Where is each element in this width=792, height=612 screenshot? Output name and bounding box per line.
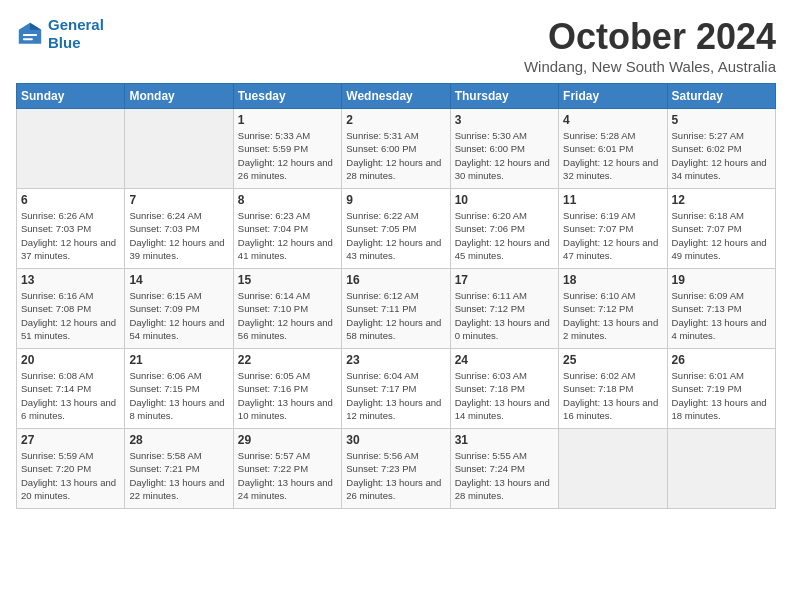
header-saturday: Saturday: [667, 84, 775, 109]
month-title: October 2024: [524, 16, 776, 58]
calendar-cell: 31Sunrise: 5:55 AM Sunset: 7:24 PM Dayli…: [450, 429, 558, 509]
day-number: 29: [238, 433, 337, 447]
calendar-cell: [559, 429, 667, 509]
calendar-week-5: 27Sunrise: 5:59 AM Sunset: 7:20 PM Dayli…: [17, 429, 776, 509]
calendar-cell: 7Sunrise: 6:24 AM Sunset: 7:03 PM Daylig…: [125, 189, 233, 269]
day-detail: Sunrise: 6:01 AM Sunset: 7:19 PM Dayligh…: [672, 369, 771, 422]
day-number: 23: [346, 353, 445, 367]
calendar-header-row: Sunday Monday Tuesday Wednesday Thursday…: [17, 84, 776, 109]
day-number: 25: [563, 353, 662, 367]
day-detail: Sunrise: 6:09 AM Sunset: 7:13 PM Dayligh…: [672, 289, 771, 342]
title-area: October 2024 Windang, New South Wales, A…: [524, 16, 776, 75]
calendar-cell: 24Sunrise: 6:03 AM Sunset: 7:18 PM Dayli…: [450, 349, 558, 429]
day-detail: Sunrise: 6:26 AM Sunset: 7:03 PM Dayligh…: [21, 209, 120, 262]
day-number: 28: [129, 433, 228, 447]
day-detail: Sunrise: 6:22 AM Sunset: 7:05 PM Dayligh…: [346, 209, 445, 262]
day-detail: Sunrise: 6:16 AM Sunset: 7:08 PM Dayligh…: [21, 289, 120, 342]
day-detail: Sunrise: 6:12 AM Sunset: 7:11 PM Dayligh…: [346, 289, 445, 342]
calendar-cell: [667, 429, 775, 509]
calendar-cell: 30Sunrise: 5:56 AM Sunset: 7:23 PM Dayli…: [342, 429, 450, 509]
day-number: 5: [672, 113, 771, 127]
calendar-cell: 8Sunrise: 6:23 AM Sunset: 7:04 PM Daylig…: [233, 189, 341, 269]
day-number: 21: [129, 353, 228, 367]
svg-rect-2: [23, 34, 37, 36]
calendar-cell: 6Sunrise: 6:26 AM Sunset: 7:03 PM Daylig…: [17, 189, 125, 269]
day-number: 8: [238, 193, 337, 207]
calendar-cell: 4Sunrise: 5:28 AM Sunset: 6:01 PM Daylig…: [559, 109, 667, 189]
calendar-cell: 23Sunrise: 6:04 AM Sunset: 7:17 PM Dayli…: [342, 349, 450, 429]
header-monday: Monday: [125, 84, 233, 109]
header: General Blue October 2024 Windang, New S…: [16, 16, 776, 75]
logo: General Blue: [16, 16, 104, 52]
header-wednesday: Wednesday: [342, 84, 450, 109]
calendar-cell: [17, 109, 125, 189]
svg-rect-3: [23, 38, 33, 40]
svg-marker-1: [30, 23, 41, 30]
day-detail: Sunrise: 6:06 AM Sunset: 7:15 PM Dayligh…: [129, 369, 228, 422]
calendar-week-4: 20Sunrise: 6:08 AM Sunset: 7:14 PM Dayli…: [17, 349, 776, 429]
day-number: 14: [129, 273, 228, 287]
day-detail: Sunrise: 6:08 AM Sunset: 7:14 PM Dayligh…: [21, 369, 120, 422]
day-number: 7: [129, 193, 228, 207]
day-number: 1: [238, 113, 337, 127]
day-detail: Sunrise: 6:19 AM Sunset: 7:07 PM Dayligh…: [563, 209, 662, 262]
location-subtitle: Windang, New South Wales, Australia: [524, 58, 776, 75]
day-detail: Sunrise: 6:20 AM Sunset: 7:06 PM Dayligh…: [455, 209, 554, 262]
day-number: 6: [21, 193, 120, 207]
day-detail: Sunrise: 6:02 AM Sunset: 7:18 PM Dayligh…: [563, 369, 662, 422]
day-detail: Sunrise: 6:14 AM Sunset: 7:10 PM Dayligh…: [238, 289, 337, 342]
day-number: 22: [238, 353, 337, 367]
day-detail: Sunrise: 6:03 AM Sunset: 7:18 PM Dayligh…: [455, 369, 554, 422]
day-detail: Sunrise: 6:24 AM Sunset: 7:03 PM Dayligh…: [129, 209, 228, 262]
day-number: 15: [238, 273, 337, 287]
calendar-cell: 28Sunrise: 5:58 AM Sunset: 7:21 PM Dayli…: [125, 429, 233, 509]
day-detail: Sunrise: 6:18 AM Sunset: 7:07 PM Dayligh…: [672, 209, 771, 262]
calendar-cell: 22Sunrise: 6:05 AM Sunset: 7:16 PM Dayli…: [233, 349, 341, 429]
calendar-cell: 11Sunrise: 6:19 AM Sunset: 7:07 PM Dayli…: [559, 189, 667, 269]
day-number: 16: [346, 273, 445, 287]
day-detail: Sunrise: 6:05 AM Sunset: 7:16 PM Dayligh…: [238, 369, 337, 422]
day-number: 27: [21, 433, 120, 447]
calendar-week-2: 6Sunrise: 6:26 AM Sunset: 7:03 PM Daylig…: [17, 189, 776, 269]
day-number: 4: [563, 113, 662, 127]
calendar-cell: 5Sunrise: 5:27 AM Sunset: 6:02 PM Daylig…: [667, 109, 775, 189]
day-detail: Sunrise: 6:10 AM Sunset: 7:12 PM Dayligh…: [563, 289, 662, 342]
calendar-cell: 14Sunrise: 6:15 AM Sunset: 7:09 PM Dayli…: [125, 269, 233, 349]
calendar-cell: 25Sunrise: 6:02 AM Sunset: 7:18 PM Dayli…: [559, 349, 667, 429]
header-thursday: Thursday: [450, 84, 558, 109]
day-number: 12: [672, 193, 771, 207]
day-detail: Sunrise: 6:23 AM Sunset: 7:04 PM Dayligh…: [238, 209, 337, 262]
calendar-cell: 19Sunrise: 6:09 AM Sunset: 7:13 PM Dayli…: [667, 269, 775, 349]
calendar-cell: 10Sunrise: 6:20 AM Sunset: 7:06 PM Dayli…: [450, 189, 558, 269]
calendar-cell: 15Sunrise: 6:14 AM Sunset: 7:10 PM Dayli…: [233, 269, 341, 349]
calendar-cell: 9Sunrise: 6:22 AM Sunset: 7:05 PM Daylig…: [342, 189, 450, 269]
day-number: 9: [346, 193, 445, 207]
calendar-cell: [125, 109, 233, 189]
calendar-cell: 16Sunrise: 6:12 AM Sunset: 7:11 PM Dayli…: [342, 269, 450, 349]
day-detail: Sunrise: 5:33 AM Sunset: 5:59 PM Dayligh…: [238, 129, 337, 182]
calendar-cell: 1Sunrise: 5:33 AM Sunset: 5:59 PM Daylig…: [233, 109, 341, 189]
day-detail: Sunrise: 6:04 AM Sunset: 7:17 PM Dayligh…: [346, 369, 445, 422]
day-detail: Sunrise: 5:30 AM Sunset: 6:00 PM Dayligh…: [455, 129, 554, 182]
calendar-cell: 17Sunrise: 6:11 AM Sunset: 7:12 PM Dayli…: [450, 269, 558, 349]
day-number: 20: [21, 353, 120, 367]
day-number: 18: [563, 273, 662, 287]
calendar-cell: 12Sunrise: 6:18 AM Sunset: 7:07 PM Dayli…: [667, 189, 775, 269]
day-number: 19: [672, 273, 771, 287]
day-number: 31: [455, 433, 554, 447]
logo-line2: Blue: [48, 34, 81, 51]
day-number: 30: [346, 433, 445, 447]
day-number: 3: [455, 113, 554, 127]
calendar-cell: 2Sunrise: 5:31 AM Sunset: 6:00 PM Daylig…: [342, 109, 450, 189]
header-sunday: Sunday: [17, 84, 125, 109]
calendar-cell: 29Sunrise: 5:57 AM Sunset: 7:22 PM Dayli…: [233, 429, 341, 509]
day-number: 10: [455, 193, 554, 207]
header-friday: Friday: [559, 84, 667, 109]
day-number: 2: [346, 113, 445, 127]
day-detail: Sunrise: 5:58 AM Sunset: 7:21 PM Dayligh…: [129, 449, 228, 502]
day-detail: Sunrise: 5:28 AM Sunset: 6:01 PM Dayligh…: [563, 129, 662, 182]
day-number: 17: [455, 273, 554, 287]
calendar-cell: 26Sunrise: 6:01 AM Sunset: 7:19 PM Dayli…: [667, 349, 775, 429]
logo-line1: General: [48, 16, 104, 33]
calendar-cell: 21Sunrise: 6:06 AM Sunset: 7:15 PM Dayli…: [125, 349, 233, 429]
